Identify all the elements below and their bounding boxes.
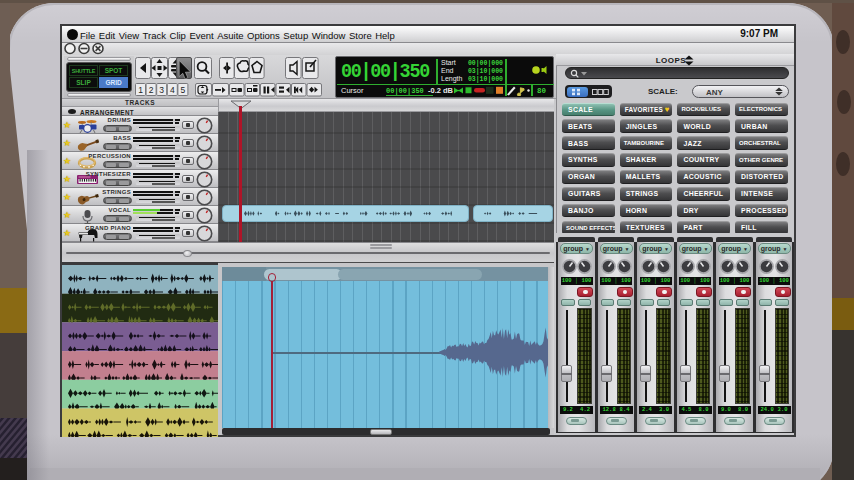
svg-text:5: 5: [181, 85, 186, 95]
svg-text:1: 1: [138, 85, 143, 95]
svg-text:3: 3: [159, 85, 164, 95]
svg-text:4: 4: [170, 85, 175, 95]
svg-text:2: 2: [149, 85, 154, 95]
